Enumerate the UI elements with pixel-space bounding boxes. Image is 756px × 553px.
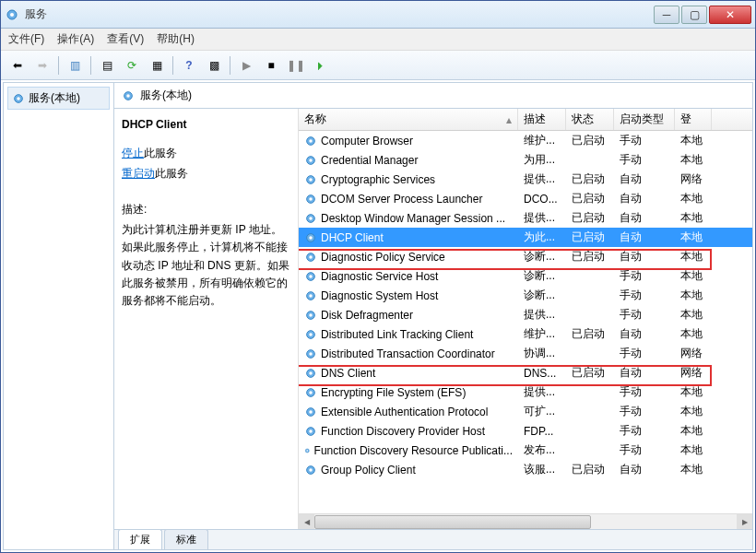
scroll-thumb[interactable] <box>314 515 591 529</box>
service-row[interactable]: Extensible Authentication Protocol可扩...手… <box>299 402 752 421</box>
service-logon: 本地 <box>675 210 712 226</box>
service-desc: 维护... <box>518 326 566 342</box>
gear-icon <box>12 92 25 105</box>
service-row[interactable]: Cryptographic Services提供...已启动自动网络 <box>299 170 752 189</box>
service-name: Computer Browser <box>321 135 413 147</box>
stop-button[interactable]: ■ <box>260 54 282 76</box>
desc-label: 描述: <box>122 202 290 218</box>
service-startup: 自动 <box>614 462 675 477</box>
horizontal-scrollbar[interactable]: ◀ ▶ <box>299 513 752 529</box>
restart-link[interactable]: 重启动 <box>122 167 155 180</box>
export-button[interactable]: ▦ <box>146 54 168 76</box>
menu-view[interactable]: 查看(V) <box>107 31 144 47</box>
service-desc: 可扩... <box>518 404 566 419</box>
scroll-left-icon[interactable]: ◀ <box>299 514 314 529</box>
col-desc[interactable]: 描述 <box>518 109 566 130</box>
extra-button[interactable]: ▩ <box>203 54 225 76</box>
scroll-right-icon[interactable]: ▶ <box>737 514 752 529</box>
service-row[interactable]: Function Discovery Resource Publicati...… <box>299 441 752 460</box>
tree-pane: 服务(本地) <box>4 83 114 549</box>
service-name: Diagnostic System Host <box>321 289 438 302</box>
service-startup: 手动 <box>614 384 675 400</box>
menu-file[interactable]: 文件(F) <box>8 31 44 47</box>
service-row[interactable]: Diagnostic Policy Service诊断...已启动自动本地 <box>299 247 752 266</box>
menu-help[interactable]: 帮助(H) <box>157 31 195 47</box>
tree-root-item[interactable]: 服务(本地) <box>7 87 110 110</box>
tab-standard[interactable]: 标准 <box>164 529 208 549</box>
play-icon: ▶ <box>242 59 251 72</box>
help-button[interactable]: ? <box>178 54 200 76</box>
service-status: 已启动 <box>566 191 614 206</box>
service-row[interactable]: Credential Manager为用...手动本地 <box>299 150 752 170</box>
service-row[interactable]: Desktop Window Manager Session ...提供...已… <box>299 208 752 228</box>
list-header: 名称▴ 描述 状态 启动类型 登 <box>299 109 752 131</box>
refresh-button[interactable]: ⟳ <box>121 54 143 76</box>
start-button[interactable]: ▶ <box>235 54 257 76</box>
col-status[interactable]: 状态 <box>566 109 614 130</box>
close-button[interactable]: ✕ <box>709 6 751 24</box>
service-startup: 自动 <box>614 210 675 226</box>
forward-button[interactable]: ➡ <box>31 54 53 76</box>
service-status: 已启动 <box>566 229 614 245</box>
service-name: Credential Manager <box>321 154 418 167</box>
service-row[interactable]: DCOM Server Process LauncherDCO...已启动自动本… <box>299 189 752 208</box>
stop-suffix: 此服务 <box>144 147 177 159</box>
service-logon: 本地 <box>675 462 712 477</box>
window: 服务 ─ ▢ ✕ 文件(F) 操作(A) 查看(V) 帮助(H) ⬅ ➡ ▥ ▤… <box>0 0 756 553</box>
gear-icon <box>304 328 317 341</box>
col-logon[interactable]: 登 <box>675 109 712 130</box>
service-startup: 自动 <box>614 229 675 245</box>
arrow-left-icon: ⬅ <box>13 59 22 72</box>
detail-pane: DHCP Client 停止此服务 重启动此服务 描述: 为此计算机注册并更新 … <box>114 109 299 529</box>
gear-icon <box>122 89 135 102</box>
service-logon: 本地 <box>675 423 712 439</box>
service-row[interactable]: DNS ClientDNS...已启动自动网络 <box>299 363 752 382</box>
service-logon: 本地 <box>675 249 712 265</box>
tab-extended[interactable]: 扩展 <box>118 529 162 549</box>
service-desc: 为用... <box>518 152 566 168</box>
service-row[interactable]: Diagnostic System Host诊断...手动本地 <box>299 286 752 305</box>
service-row[interactable]: Distributed Transaction Coordinator协调...… <box>299 344 752 363</box>
col-name[interactable]: 名称▴ <box>299 109 518 130</box>
service-row[interactable]: Computer Browser维护...已启动手动本地 <box>299 131 752 150</box>
service-desc: 维护... <box>518 133 566 148</box>
service-desc: 为此... <box>518 229 566 245</box>
gear-icon <box>304 193 317 206</box>
menubar: 文件(F) 操作(A) 查看(V) 帮助(H) <box>1 29 755 51</box>
service-logon: 本地 <box>675 191 712 206</box>
service-desc: 诊断... <box>518 288 566 303</box>
col-startup[interactable]: 启动类型 <box>614 109 675 130</box>
show-hide-tree-button[interactable]: ▥ <box>64 54 86 76</box>
stop-link[interactable]: 停止 <box>122 147 144 159</box>
restart-button[interactable]: ⏵ <box>310 54 332 76</box>
content-header-label: 服务(本地) <box>140 88 192 103</box>
pause-button[interactable]: ❚❚ <box>285 54 307 76</box>
service-desc: 发布... <box>518 442 566 458</box>
titlebar: 服务 ─ ▢ ✕ <box>1 1 755 29</box>
service-status: 已启动 <box>566 133 614 148</box>
service-row[interactable]: Function Discovery Provider HostFDP...手动… <box>299 421 752 441</box>
separator <box>230 56 230 75</box>
service-row[interactable]: Diagnostic Service Host诊断...手动本地 <box>299 266 752 286</box>
service-row[interactable]: Disk Defragmenter提供...手动本地 <box>299 305 752 324</box>
service-name: Disk Defragmenter <box>321 309 413 322</box>
gear-icon <box>304 270 317 283</box>
gear-icon <box>304 212 317 225</box>
back-button[interactable]: ⬅ <box>6 54 29 76</box>
list-body[interactable]: Computer Browser维护...已启动手动本地Credential M… <box>299 131 752 513</box>
menu-action[interactable]: 操作(A) <box>57 31 94 47</box>
service-startup: 自动 <box>614 249 675 265</box>
service-row[interactable]: Group Policy Client该服...已启动自动本地 <box>299 460 752 479</box>
properties-button[interactable]: ▤ <box>96 54 118 76</box>
service-row[interactable]: DHCP Client为此...已启动自动本地 <box>299 228 752 247</box>
grid-icon: ▩ <box>209 59 219 72</box>
service-row[interactable]: Distributed Link Tracking Client维护...已启动… <box>299 324 752 344</box>
service-startup: 手动 <box>614 152 675 168</box>
service-startup: 手动 <box>614 307 675 323</box>
minimize-button[interactable]: ─ <box>654 6 679 24</box>
maximize-button[interactable]: ▢ <box>681 6 707 24</box>
service-row[interactable]: Encrypting File System (EFS)提供...手动本地 <box>299 382 752 402</box>
service-logon: 本地 <box>675 384 712 400</box>
pause-icon: ❚❚ <box>287 59 305 72</box>
service-startup: 自动 <box>614 191 675 206</box>
